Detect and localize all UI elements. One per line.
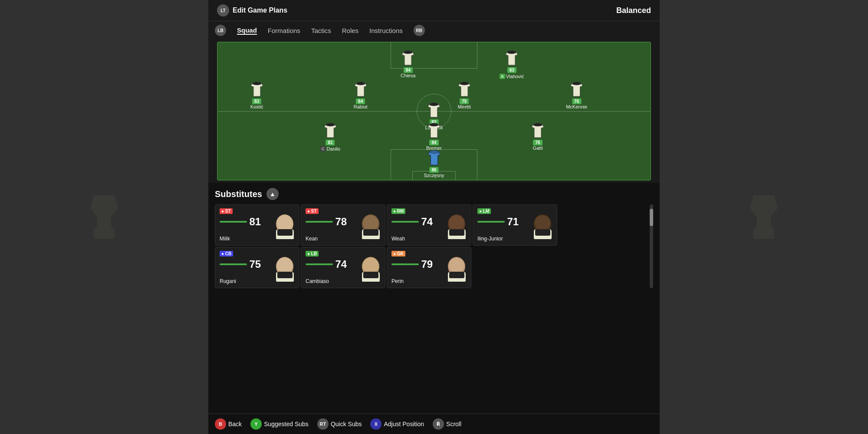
svg-rect-19 <box>277 272 293 278</box>
sub-pos-weah: ● RM <box>391 208 405 214</box>
subs-header: Substitutes ▲ <box>215 188 653 200</box>
player-szczesny[interactable]: 86 Szczęsny <box>424 149 444 178</box>
sub-pos-kean: ● ST <box>306 208 319 214</box>
svg-rect-11 <box>449 229 464 236</box>
label-quick-subs: Quick Subs <box>331 421 362 427</box>
player-danilo[interactable]: 81 C Danilo <box>320 122 340 151</box>
sub-name-weah: Weah <box>391 236 405 242</box>
lb-badge: LB <box>215 25 226 36</box>
player-miretti[interactable]: 75 Miretti <box>457 81 472 109</box>
player-bremer[interactable]: 84 Bremer <box>426 122 442 151</box>
rating-rabiot: 84 <box>356 99 365 104</box>
player-vlahovick[interactable]: 83 A Vlahović <box>500 49 524 79</box>
sub-name-perin: Perin <box>391 278 404 284</box>
svg-point-21 <box>363 258 378 273</box>
ctrl-suggested-subs[interactable]: Y Suggested Subs <box>250 418 309 430</box>
sub-pos-cambiaso: ● LB <box>306 251 319 256</box>
substitutes-section: Substitutes ▲ ● ST 81 <box>208 183 660 414</box>
main-panel: LT Edit Game Plans Balanced LB Squad For… <box>208 0 660 434</box>
sub-card-weah[interactable]: ● RM 74 <box>387 204 471 246</box>
sub-name-rugani: Rugani <box>220 278 236 284</box>
ctrl-adjust-position[interactable]: X Adjust Position <box>370 418 424 430</box>
sub-rating-iling: 71 <box>507 216 519 228</box>
label-scroll: Scroll <box>446 421 461 427</box>
svg-point-13 <box>535 215 550 231</box>
sub-pos-iling: ● LM <box>477 208 491 214</box>
rating-kostic: 83 <box>252 99 261 104</box>
label-back: Back <box>228 421 242 427</box>
btn-y: Y <box>250 418 262 430</box>
svg-point-17 <box>277 258 293 273</box>
sub-pos-perin: ● GK <box>391 251 405 256</box>
subs-wrapper: ● ST 81 <box>215 204 653 288</box>
header-title: Edit Game Plans <box>233 7 287 14</box>
rating-bremer: 84 <box>429 140 438 145</box>
rating-vlahovick: 83 <box>507 67 516 73</box>
ctrl-back[interactable]: B Back <box>215 418 242 430</box>
bg-left-panel <box>0 0 208 434</box>
subs-content: ● ST 81 <box>215 204 648 288</box>
player-gatti[interactable]: 76 Gatti <box>530 122 546 151</box>
sub-card-iling[interactable]: ● LM 71 <box>473 204 557 246</box>
svg-point-9 <box>449 215 464 231</box>
rating-chiesa: 84 <box>404 67 413 73</box>
tab-instructions[interactable]: Instructions <box>369 27 403 34</box>
bottom-controls: B Back Y Suggested Subs RT Quick Subs X … <box>208 414 660 434</box>
tab-formations[interactable]: Formations <box>268 27 300 34</box>
bg-right-panel <box>660 0 868 434</box>
sub-rating-rugani: 75 <box>249 258 261 270</box>
formation-field-container: 83 A Vlahović 84 Chiesa 83 Kostić <box>208 39 660 183</box>
svg-point-1 <box>277 215 293 231</box>
sub-card-cambiaso[interactable]: ● LB 74 <box>301 247 385 288</box>
btn-r: R̂ <box>433 418 444 430</box>
nav-tabs: LB Squad Formations Tactics Roles Instru… <box>208 21 660 39</box>
subs-row-1: ● ST 81 <box>215 204 648 246</box>
bg-trophy-left <box>87 195 122 239</box>
sub-pos-rugani: ● CB <box>220 251 233 256</box>
subs-row-2: ● CB 75 <box>215 247 648 288</box>
rating-miretti: 75 <box>460 99 469 104</box>
rating-gatti: 76 <box>533 140 542 145</box>
label-suggested-subs: Suggested Subs <box>264 421 309 427</box>
header: LT Edit Game Plans Balanced <box>208 0 660 21</box>
sub-name-kean: Kean <box>306 236 318 242</box>
subs-scrollbar-thumb <box>650 209 653 226</box>
btn-x: X <box>370 418 381 430</box>
rating-danilo: 81 <box>326 140 335 145</box>
svg-point-5 <box>363 215 378 231</box>
header-left: LT Edit Game Plans <box>217 4 287 16</box>
sub-rating-kean: 78 <box>335 216 347 228</box>
subs-title: Substitutes <box>215 189 262 199</box>
sub-pos-milik: ● ST <box>220 208 233 214</box>
sub-name-iling: Iling-Junior <box>477 236 503 242</box>
svg-rect-7 <box>363 229 378 236</box>
subs-scroll-up[interactable]: ▲ <box>266 188 279 200</box>
sub-card-kean[interactable]: ● ST 78 <box>301 204 385 246</box>
player-kostic[interactable]: 83 Kostić <box>249 81 265 109</box>
tab-roles[interactable]: Roles <box>342 27 358 34</box>
btn-rt: RT <box>317 418 329 430</box>
player-chiesa[interactable]: 84 Chiesa <box>400 49 416 78</box>
formation-field: 83 A Vlahović 84 Chiesa 83 Kostić <box>217 42 651 181</box>
tab-tactics[interactable]: Tactics <box>311 27 331 34</box>
label-adjust-position: Adjust Position <box>384 421 424 427</box>
sub-rating-perin: 79 <box>421 258 433 270</box>
sub-card-milik[interactable]: ● ST 81 <box>215 204 299 246</box>
rating-mckennie: 76 <box>572 99 581 104</box>
svg-rect-23 <box>363 272 378 278</box>
tab-squad[interactable]: Squad <box>237 26 257 35</box>
player-rabiot[interactable]: 84 Rabiot <box>353 81 368 109</box>
svg-rect-3 <box>277 229 293 236</box>
sub-card-perin[interactable]: ● GK 79 <box>387 247 471 288</box>
sub-rating-weah: 74 <box>421 216 433 228</box>
btn-b: B <box>215 418 226 430</box>
ctrl-scroll[interactable]: R̂ Scroll <box>433 418 461 430</box>
player-mckennie[interactable]: 76 McKennie <box>566 81 587 109</box>
sub-card-rugani[interactable]: ● CB 75 <box>215 247 299 288</box>
subs-scrollbar[interactable] <box>650 204 653 288</box>
rb-badge: RB <box>414 25 425 36</box>
sub-rating-milik: 81 <box>249 216 261 228</box>
ctrl-quick-subs[interactable]: RT Quick Subs <box>317 418 362 430</box>
bg-trophy-right <box>746 195 781 239</box>
svg-point-25 <box>449 258 464 273</box>
